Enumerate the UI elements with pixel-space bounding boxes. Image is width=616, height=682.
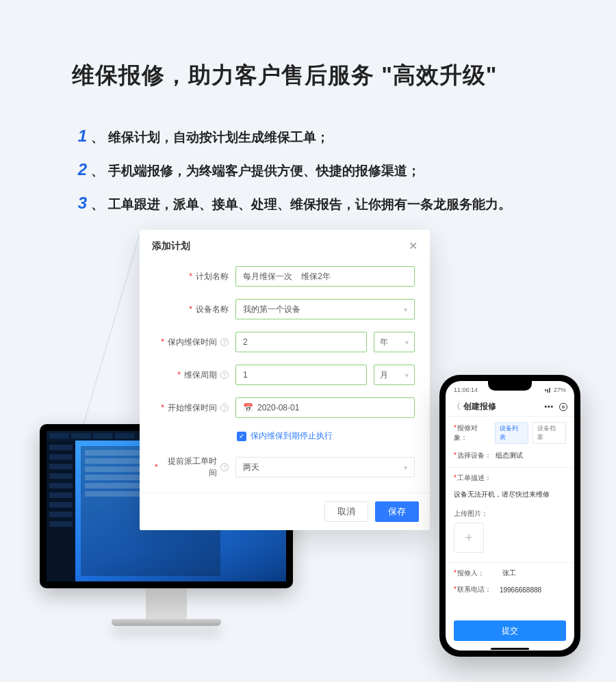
feature-bullets: 1 、 维保计划，自动按计划生成维保工单； 2 、 手机端报修，为终端客户提供方… [72, 127, 561, 213]
plan-name-input[interactable] [235, 266, 415, 287]
signal-icon [545, 387, 552, 393]
bullet-1-num: 1 [72, 127, 87, 146]
mobile-phone: 11:06:14 27% 〈 创建报修 ••• *报修对象： 设备列表 设备档案 [439, 375, 580, 657]
help-icon[interactable]: ? [220, 338, 229, 346]
p-phone-label: 联系电话： [457, 586, 491, 593]
start-label: 开始维保时间 [168, 402, 217, 414]
modal-title: 添加计划 [152, 240, 190, 252]
bullet-2: 2 、 手机端报修，为终端客户提供方便、快捷的报修渠道； [72, 160, 561, 180]
p-target-label: 报修对象： [454, 424, 478, 441]
phone-title: 创建报修 [463, 401, 496, 412]
phone-notch [488, 381, 532, 391]
cancel-button[interactable]: 取消 [324, 501, 368, 522]
bullet-3: 3 、 工单跟进，派单、接单、处理、维保报告，让你拥有一条龙服务能力。 [72, 194, 561, 213]
ahead-select[interactable]: 两天 ▾ [235, 457, 415, 477]
p-reporter-label: 报修人： [457, 569, 485, 577]
p-desc-label: 工单描述： [457, 474, 491, 482]
p-desc-value[interactable]: 设备无法开机，请尽快过来维修 [454, 490, 566, 499]
cycle-label: 维保周期 [184, 369, 217, 381]
device-label: 设备名称 [196, 304, 229, 315]
inwarranty-label: 保内维保时间 [168, 337, 217, 348]
chevron-down-icon: ▾ [405, 339, 409, 346]
bullet-1-text: 维保计划，自动按计划生成维保工单； [108, 129, 329, 146]
p-device-label: 选择设备： [457, 451, 491, 459]
status-time: 11:06:14 [454, 386, 478, 393]
stop-on-expire-checkbox[interactable]: ✓ [237, 432, 246, 441]
bullet-3-num: 3 [72, 194, 87, 213]
chevron-down-icon: ▾ [404, 306, 407, 313]
calendar-icon: 📅 [243, 403, 253, 412]
inwarranty-unit-select[interactable]: 年▾ [374, 332, 415, 352]
close-icon[interactable]: ✕ [409, 239, 418, 252]
cycle-unit-select[interactable]: 月▾ [374, 365, 415, 385]
add-plan-modal: 添加计划 ✕ *计划名称 *设备名称 我的第一个设备 ▾ *保内维保时间? 年▾ [140, 230, 430, 530]
status-battery: 27% [554, 386, 566, 393]
more-icon[interactable]: ••• [544, 403, 554, 410]
save-button[interactable]: 保存 [375, 501, 419, 522]
p-device-value[interactable]: 组态测试 [496, 451, 523, 460]
help-icon[interactable]: ? [220, 463, 229, 471]
p-reporter-value[interactable]: 张工 [502, 568, 516, 578]
bullet-1: 1 、 维保计划，自动按计划生成维保工单； [72, 127, 561, 146]
stop-on-expire-label: 保内维保到期停止执行 [251, 430, 333, 442]
bullet-2-num: 2 [72, 160, 87, 179]
start-date-input[interactable]: 📅 2020-08-01 [235, 397, 415, 418]
chevron-left-icon: 〈 [452, 401, 461, 412]
home-indicator [446, 648, 574, 651]
tag-device-list[interactable]: 设备列表 [495, 422, 528, 444]
chevron-down-icon: ▾ [405, 371, 409, 379]
bullet-2-text: 手机端报修，为终端客户提供方便、快捷的报修渠道； [108, 162, 420, 180]
plan-name-label: 计划名称 [196, 271, 229, 283]
plus-icon: + [465, 531, 473, 545]
inwarranty-value-input[interactable] [235, 332, 367, 352]
page-title: 维保报修，助力客户售后服务 "高效升级" [72, 60, 561, 91]
chevron-down-icon: ▾ [404, 464, 407, 471]
help-icon[interactable]: ? [220, 371, 229, 379]
p-upload-label: 上传图片： [454, 509, 566, 519]
p-phone-value[interactable]: 19966668888 [500, 586, 541, 594]
cycle-value-input[interactable] [235, 365, 367, 385]
ahead-label: 提前派工单时间 [162, 456, 218, 479]
tag-device-file[interactable]: 设备档案 [532, 422, 566, 444]
submit-button[interactable]: 提交 [454, 620, 566, 641]
back-button[interactable]: 〈 创建报修 [452, 401, 496, 412]
device-select[interactable]: 我的第一个设备 ▾ [235, 299, 415, 319]
upload-image-button[interactable]: + [454, 523, 484, 553]
help-icon[interactable]: ? [220, 404, 229, 412]
target-icon[interactable] [559, 403, 567, 411]
bullet-3-text: 工单跟进，派单、接单、处理、维保报告，让你拥有一条龙服务能力。 [108, 196, 511, 213]
